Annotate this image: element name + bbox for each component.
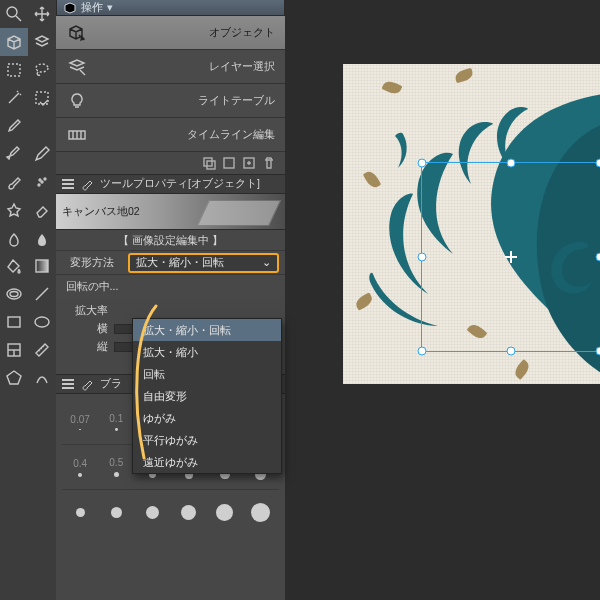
rotation-center-label: 回転の中... bbox=[62, 280, 122, 294]
menu-item[interactable]: 平行ゆがみ bbox=[133, 429, 281, 451]
subtool-list: オブジェクト レイヤー選択 ライトテーブル タイムライン編集 bbox=[56, 16, 285, 152]
tool-pencil-icon[interactable] bbox=[28, 140, 56, 168]
new2-icon[interactable] bbox=[241, 155, 257, 171]
tool-blend-icon[interactable] bbox=[0, 224, 28, 252]
menu-icon[interactable] bbox=[62, 379, 74, 389]
tool-contour-icon[interactable] bbox=[0, 280, 28, 308]
subtool-timeline[interactable]: タイムライン編集 bbox=[56, 118, 285, 152]
tool-magnify-icon[interactable] bbox=[0, 0, 28, 28]
svg-point-6 bbox=[41, 181, 43, 183]
tool-ellipse-icon[interactable] bbox=[28, 308, 56, 336]
new-icon[interactable] bbox=[221, 155, 237, 171]
tool-frame-icon[interactable] bbox=[0, 336, 28, 364]
handle-bl[interactable] bbox=[418, 347, 427, 356]
menu-item[interactable]: 回転 bbox=[133, 363, 281, 385]
handle-tc[interactable] bbox=[507, 159, 516, 168]
tool-move-icon[interactable] bbox=[28, 0, 56, 28]
brush-icon bbox=[80, 177, 94, 191]
menu-item[interactable]: 自由変形 bbox=[133, 385, 281, 407]
brush-size-cell[interactable]: 0.5 bbox=[98, 457, 134, 477]
chevron-down-icon: ⌄ bbox=[262, 256, 271, 269]
subtool-layer-select[interactable]: レイヤー選択 bbox=[56, 50, 285, 84]
menu-item[interactable]: 拡大・縮小 bbox=[133, 341, 281, 363]
tool-poly-icon[interactable] bbox=[0, 364, 28, 392]
svg-line-12 bbox=[36, 288, 48, 300]
svg-rect-22 bbox=[204, 158, 212, 166]
menu-item[interactable]: 遠近ゆがみ bbox=[133, 451, 281, 473]
tool-lasso-icon[interactable] bbox=[28, 56, 56, 84]
brush-size-cell[interactable] bbox=[207, 504, 243, 521]
dropdown-value: 拡大・縮小・回転 bbox=[136, 255, 224, 270]
subtool-label: タイムライン編集 bbox=[187, 127, 275, 142]
scale-w-label: 横 bbox=[62, 322, 108, 336]
menu-icon[interactable] bbox=[62, 179, 74, 189]
handle-mr[interactable] bbox=[596, 253, 601, 262]
tool-pen-icon[interactable] bbox=[0, 140, 28, 168]
svg-rect-24 bbox=[224, 158, 234, 168]
svg-point-5 bbox=[38, 184, 40, 186]
material-name: キャンバス地02 bbox=[62, 205, 140, 219]
brush-size-cell[interactable] bbox=[243, 503, 279, 522]
brush-size-cell[interactable] bbox=[62, 508, 98, 517]
tool-liquify-icon[interactable] bbox=[28, 224, 56, 252]
handle-tr[interactable] bbox=[596, 159, 601, 168]
tool-deco-icon[interactable] bbox=[0, 196, 28, 224]
tool-quickselect-icon[interactable] bbox=[28, 84, 56, 112]
handle-br[interactable] bbox=[596, 347, 601, 356]
tool-correct-icon[interactable] bbox=[28, 364, 56, 392]
tool-marquee-icon[interactable] bbox=[0, 56, 28, 84]
trash-icon[interactable] bbox=[261, 155, 277, 171]
transform-bbox[interactable] bbox=[421, 162, 600, 352]
svg-point-0 bbox=[7, 7, 17, 17]
canvas[interactable] bbox=[343, 64, 600, 384]
layers-cursor-icon bbox=[66, 56, 88, 78]
brush-size-cell[interactable]: 0.4 bbox=[62, 458, 98, 477]
tool-ruler-icon[interactable] bbox=[28, 336, 56, 364]
tool-wand-icon[interactable] bbox=[0, 84, 28, 112]
svg-rect-2 bbox=[8, 64, 20, 76]
duplicate-icon[interactable] bbox=[201, 155, 217, 171]
transform-method-row: 変形方法 拡大・縮小・回転 ⌄ bbox=[56, 250, 285, 274]
brush-size-cell[interactable]: 0.1 bbox=[98, 413, 134, 431]
subtool-light-table[interactable]: ライトテーブル bbox=[56, 84, 285, 118]
svg-point-8 bbox=[39, 179, 41, 181]
svg-line-1 bbox=[16, 16, 21, 21]
handle-ml[interactable] bbox=[418, 253, 427, 262]
scale-h-label: 縦 bbox=[62, 340, 108, 354]
tool-gradient-icon[interactable] bbox=[28, 252, 56, 280]
menu-item[interactable]: 拡大・縮小・回転 bbox=[133, 319, 281, 341]
pivot-cross-icon[interactable] bbox=[505, 251, 517, 263]
chevron-down-icon[interactable]: ▾ bbox=[107, 1, 113, 14]
tool-line-icon[interactable] bbox=[28, 280, 56, 308]
svg-point-14 bbox=[35, 317, 49, 327]
material-strip[interactable]: キャンバス地02 bbox=[56, 194, 285, 230]
svg-point-3 bbox=[36, 64, 48, 72]
handle-tl[interactable] bbox=[418, 159, 427, 168]
tool-eyedrop-icon[interactable] bbox=[0, 112, 28, 140]
tool-airbrush-icon[interactable] bbox=[28, 168, 56, 196]
handle-bc[interactable] bbox=[507, 347, 516, 356]
svg-rect-13 bbox=[8, 317, 20, 327]
svg-point-10 bbox=[7, 289, 21, 299]
subtool-object[interactable]: オブジェクト bbox=[56, 16, 285, 50]
tool-object-icon[interactable] bbox=[0, 28, 28, 56]
brush-size-cell[interactable] bbox=[171, 505, 207, 520]
transform-method-menu: 拡大・縮小・回転拡大・縮小回転自由変形ゆがみ平行ゆがみ遠近ゆがみ bbox=[132, 318, 282, 474]
cube-icon bbox=[63, 1, 77, 15]
menu-item[interactable]: ゆがみ bbox=[133, 407, 281, 429]
cube-cursor-icon bbox=[66, 22, 88, 44]
tool-eraser-icon[interactable] bbox=[28, 196, 56, 224]
bulb-icon bbox=[66, 90, 88, 112]
svg-rect-23 bbox=[207, 161, 215, 169]
brush-size-cell[interactable] bbox=[134, 506, 170, 519]
editing-banner: 【 画像設定編集中 】 bbox=[56, 230, 285, 250]
tool-rail bbox=[0, 0, 56, 600]
transform-method-dropdown[interactable]: 拡大・縮小・回転 ⌄ bbox=[128, 253, 279, 273]
tool-brush-icon[interactable] bbox=[0, 168, 28, 196]
brush-size-cell[interactable]: 0.07 bbox=[62, 414, 98, 431]
brush-size-cell[interactable] bbox=[98, 507, 134, 518]
tool-fill-icon[interactable] bbox=[0, 252, 28, 280]
tool-rect-icon[interactable] bbox=[0, 308, 28, 336]
tool-layerpick-icon[interactable] bbox=[28, 28, 56, 56]
subtool-tab-bar: 操作 ▾ bbox=[56, 0, 285, 16]
